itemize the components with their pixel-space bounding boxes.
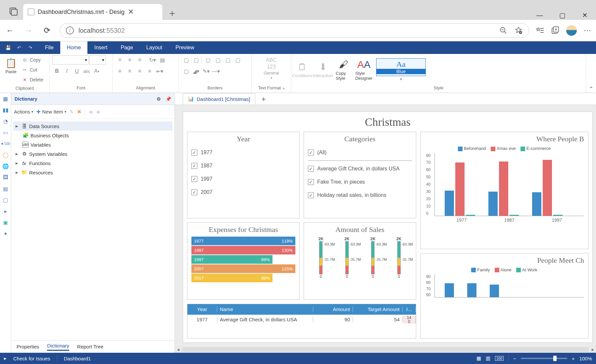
font-size-combo[interactable]: ▾ <box>89 55 106 65</box>
rotate-button[interactable]: ↻▾ <box>148 55 157 65</box>
ribbon-tab-file[interactable]: File <box>38 41 60 54</box>
rail-chart-icon[interactable]: ▮▮ <box>2 106 9 114</box>
tree-node-datasources[interactable]: ▸🗄Data Sources <box>13 121 173 131</box>
rail-panel-icon[interactable]: ▭ <box>2 129 9 136</box>
doc-tab-dashboard1[interactable]: 📊 Dashboard1 [Christmas] <box>183 93 255 105</box>
year-option[interactable]: ✓1977 <box>191 146 295 159</box>
ribbon-tab-insert[interactable]: Insert <box>87 41 114 54</box>
favorite-add-icon[interactable]: + <box>514 26 523 35</box>
collections-icon[interactable] <box>551 26 560 35</box>
dictionary-new-item-button[interactable]: ✚New Item ▾ <box>36 109 66 115</box>
dashboard-page[interactable]: Christmas Year ✓1977 ✓1987 ✓1997 ✓2007 C <box>183 112 593 343</box>
doc-tab-add-button[interactable]: ＋ <box>259 94 269 104</box>
card-people-meet[interactable]: People Meet Ch Family Alone At Work 9080… <box>420 253 588 339</box>
undo-icon[interactable]: ↶ <box>16 44 23 51</box>
border-none-button[interactable]: ▢ <box>191 55 201 65</box>
indent-button[interactable]: ⇤▾ <box>155 67 164 76</box>
status-play-icon[interactable]: ▸ <box>4 355 7 361</box>
card-where-people-buy[interactable]: Where People B Beforehand Xmas eve E-com… <box>420 132 588 249</box>
interaction-button[interactable]: ⬇ Interaction <box>315 59 331 80</box>
border-bottom-button[interactable]: ▢ <box>233 55 242 65</box>
window-maximize-button[interactable]: ▢ <box>558 11 567 20</box>
save-icon[interactable]: 💾 <box>5 44 11 51</box>
year-option[interactable]: ✓1987 <box>191 159 295 172</box>
panel-tab-reporttree[interactable]: Report Tree <box>77 344 103 349</box>
tree-node-functions[interactable]: ▸fxFunctions <box>13 159 173 168</box>
year-option[interactable]: ✓1997 <box>191 172 295 186</box>
italic-button[interactable]: I <box>62 67 72 76</box>
fill-color-button[interactable]: ◢▾ <box>191 67 201 76</box>
category-option[interactable]: ✓Fake Tree, in pieces <box>308 175 412 189</box>
rail-tools-icon[interactable]: ✦ <box>2 230 9 237</box>
zoom-out-button[interactable]: − <box>513 356 516 361</box>
category-all[interactable]: ✓(All) <box>308 146 412 159</box>
window-close-button[interactable]: ✕ <box>580 11 589 20</box>
rail-map-icon[interactable]: 🌐 <box>2 162 9 170</box>
rail-shape-icon[interactable]: ▢ <box>2 196 9 204</box>
dictionary-edit-icon[interactable]: ✎ <box>70 109 74 115</box>
dictionary-down-icon[interactable]: ◆ <box>96 109 100 115</box>
horizontal-scrollbar[interactable]: ◂ ▸ <box>175 346 596 353</box>
align-left-button[interactable]: ≡ <box>115 67 124 76</box>
close-tab-icon[interactable]: ✕ <box>128 8 134 16</box>
ribbon-collapse-button[interactable]: ⌃ <box>586 54 596 93</box>
font-color-button[interactable]: A▾ <box>92 67 101 76</box>
border-all-button[interactable]: ▢ <box>181 55 191 65</box>
border-left-button[interactable]: ▢ <box>203 55 213 65</box>
align-middle-button[interactable]: ≡ <box>125 55 134 65</box>
ribbon-tab-preview[interactable]: Preview <box>169 41 201 54</box>
zoom-in-button[interactable]: + <box>572 356 575 361</box>
browser-tab[interactable]: DashboardChristmas.mrt - Desig ✕ <box>23 4 162 20</box>
copy-button[interactable]: ⧉Copy <box>21 55 44 65</box>
dictionary-actions-button[interactable]: Actions ▾ <box>14 109 33 114</box>
tree-node-business[interactable]: 🧩Business Objects <box>13 131 173 140</box>
ribbon-tab-home[interactable]: Home <box>60 41 88 54</box>
align-justify-button[interactable]: ≡ <box>145 67 154 76</box>
panel-tab-properties[interactable]: Properties <box>17 344 39 349</box>
copy-style-button[interactable]: 🖌 Copy Style <box>335 57 352 83</box>
underline-button[interactable]: U <box>72 67 81 76</box>
table-row[interactable]: 1977 Average Gift Check, in dollars USA … <box>187 315 416 325</box>
address-bar[interactable]: i localhost:55302 + <box>60 23 529 38</box>
card-expenses[interactable]: Expenses for Christmas 1977119% 1987130%… <box>187 222 300 299</box>
rail-component-icon[interactable]: ▣ <box>2 219 9 226</box>
dictionary-up-icon[interactable]: ◆ <box>89 109 93 115</box>
rail-arrow-icon[interactable]: ▸ <box>2 207 9 215</box>
nav-back-button[interactable]: ← <box>4 24 16 36</box>
redo-icon[interactable]: ↷ <box>27 44 34 51</box>
rail-progress-icon[interactable]: ◯ <box>2 151 9 159</box>
card-categories[interactable]: Categories ✓(All) ✓Average Gift Check, i… <box>304 132 416 218</box>
dictionary-delete-icon[interactable]: ✖ <box>77 109 81 115</box>
bold-button[interactable]: B <box>52 67 62 76</box>
dictionary-settings-icon[interactable]: ⚙ <box>157 96 161 102</box>
wrap-button[interactable]: ▤ <box>158 55 167 65</box>
border-right-button[interactable]: ▢ <box>223 55 232 65</box>
cut-button[interactable]: ✂Cut <box>21 65 44 74</box>
ribbon-tab-page[interactable]: Page <box>114 41 139 54</box>
status-view3-icon[interactable]: 100 <box>495 356 504 361</box>
tree-node-resources[interactable]: ▸📁Resources <box>13 168 173 177</box>
font-family-combo[interactable]: ▾ <box>52 55 89 65</box>
align-center-button[interactable]: ≡ <box>125 67 134 76</box>
card-data-table[interactable]: Year Name Amount Target Amount I... 1977… <box>187 304 416 339</box>
style-designer-button[interactable]: AA Style Designer <box>356 57 372 83</box>
new-tab-button[interactable]: ＋ <box>166 7 179 20</box>
nav-refresh-button[interactable]: ⟳ <box>41 24 53 36</box>
scroll-right-icon[interactable]: ▸ <box>589 347 596 352</box>
rail-indicator-icon[interactable]: ★100 <box>2 140 9 147</box>
status-view2-icon[interactable]: ▥ <box>486 355 490 361</box>
paste-button[interactable]: 📋 Paste <box>3 55 19 76</box>
rail-text-icon[interactable]: ▤ <box>2 185 9 192</box>
zoom-slider[interactable] <box>521 358 567 359</box>
align-top-button[interactable]: ≡ <box>115 55 124 65</box>
border-color-button[interactable]: ✎▾ <box>201 67 211 76</box>
card-year[interactable]: Year ✓1977 ✓1987 ✓1997 ✓2007 <box>187 132 300 218</box>
border-style-button[interactable]: —▾ <box>211 67 221 76</box>
rail-table-icon[interactable]: ▦ <box>2 95 9 102</box>
window-minimize-button[interactable]: — <box>535 11 544 20</box>
profile-avatar[interactable] <box>566 25 577 36</box>
card-amount-sales[interactable]: Amount of Sales 2K-63.3M-31.7M0 2K-63.3M… <box>304 222 416 299</box>
zoom-out-icon[interactable] <box>499 26 508 35</box>
align-bottom-button[interactable]: ≡ <box>135 55 144 65</box>
text-format-button[interactable]: ABC 123 General ▾ <box>263 55 279 82</box>
